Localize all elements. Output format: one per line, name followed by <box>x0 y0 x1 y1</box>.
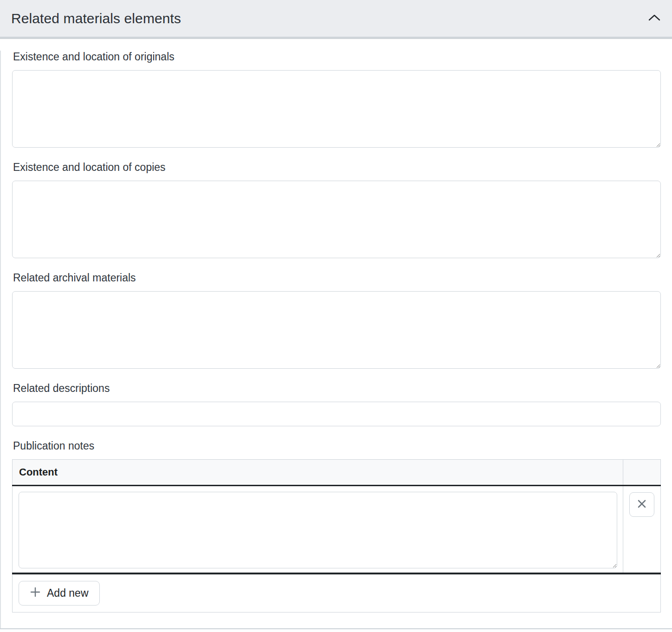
existence-copies-textarea[interactable] <box>12 181 661 258</box>
related-descriptions-input[interactable] <box>12 402 661 426</box>
related-archival-materials-textarea[interactable] <box>12 291 661 369</box>
field-label-related-descriptions: Related descriptions <box>13 382 661 395</box>
publication-note-content-textarea[interactable] <box>19 492 617 568</box>
chevron-up-icon <box>648 14 661 23</box>
add-new-button-label: Add new <box>47 587 89 599</box>
accordion-body: Existence and location of originals Exis… <box>0 51 672 628</box>
table-footer-row: Add new <box>13 573 661 612</box>
field-label-existence-originals: Existence and location of originals <box>13 51 661 63</box>
field-label-related-archival-materials: Related archival materials <box>13 272 661 284</box>
table-header-content: Content <box>13 460 623 486</box>
collapse-section-button[interactable] <box>648 14 661 23</box>
note-content-cell <box>13 486 623 574</box>
table-header-actions <box>623 460 661 486</box>
section-title: Related materials elements <box>11 11 181 26</box>
table-footer-cell: Add new <box>13 573 661 612</box>
related-materials-section: Related materials elements Existence and… <box>0 0 672 632</box>
next-section-divider <box>0 628 672 632</box>
delete-row-button[interactable] <box>629 492 654 517</box>
field-label-publication-notes: Publication notes <box>13 440 661 452</box>
x-icon <box>636 498 647 511</box>
table-row <box>13 486 661 574</box>
existence-originals-textarea[interactable] <box>12 70 661 148</box>
table-header-row: Content <box>13 460 661 486</box>
publication-notes-table: Content <box>12 459 661 612</box>
accordion-header-related-materials[interactable]: Related materials elements <box>0 0 672 39</box>
field-label-existence-copies: Existence and location of copies <box>13 161 661 174</box>
note-action-cell <box>623 486 661 574</box>
plus-icon <box>30 586 41 600</box>
add-new-button[interactable]: Add new <box>19 581 100 606</box>
